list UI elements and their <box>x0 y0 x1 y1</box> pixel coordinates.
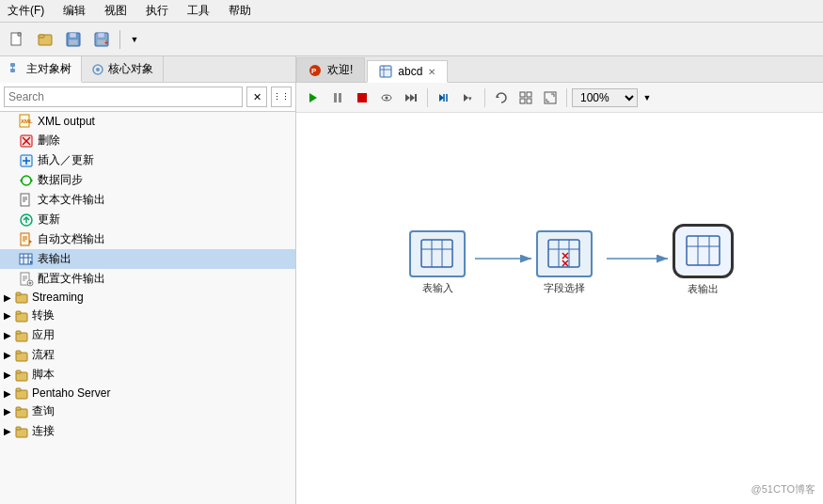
history-button[interactable] <box>490 87 513 109</box>
auto-doc-icon <box>19 232 34 247</box>
svg-rect-55 <box>16 351 21 354</box>
play-button[interactable] <box>302 87 324 109</box>
svg-point-15 <box>96 68 100 71</box>
tab-bar: P 欢迎! abcd ✕ <box>296 56 823 83</box>
tree-group-script[interactable]: ▶ 脚本 <box>0 365 295 385</box>
new-icon <box>9 32 24 47</box>
tree-group-connect[interactable]: ▶ 连接 <box>0 421 295 441</box>
grid-button[interactable] <box>514 87 537 109</box>
field-select-glyph <box>547 239 581 269</box>
transform-icon <box>379 65 392 78</box>
canvas-toolbar-sep1 <box>427 88 428 107</box>
tree-group-transform[interactable]: ▶ 转换 <box>0 306 295 325</box>
dropdown-button[interactable]: ▼ <box>125 26 144 53</box>
tree-group-flow[interactable]: ▶ 流程 <box>0 345 295 365</box>
tree-item-table-out[interactable]: 表输出 <box>0 249 295 269</box>
tree-group-apply[interactable]: ▶ 应用 <box>0 325 295 345</box>
canvas-toolbar: ▾ <box>296 83 823 113</box>
node-label-table-input: 表输入 <box>422 281 453 295</box>
node-table-output[interactable]: 表输出 <box>673 224 734 296</box>
tab-abcd[interactable]: abcd ✕ <box>367 60 448 83</box>
save-button[interactable] <box>60 26 87 53</box>
menu-tools[interactable]: 工具 <box>183 1 214 21</box>
svg-rect-70 <box>334 93 337 102</box>
pause-button[interactable] <box>326 87 349 109</box>
menu-file[interactable]: 文件(F) <box>4 1 48 21</box>
search-clear-button[interactable]: ✕ <box>246 87 267 107</box>
tree-icon <box>9 62 23 75</box>
menu-help[interactable]: 帮助 <box>225 1 255 21</box>
node-box-table-output <box>673 224 734 278</box>
save-icon <box>66 32 81 47</box>
tab-main-tree[interactable]: 主对象树 <box>0 56 82 83</box>
fast-forward-icon <box>404 91 418 104</box>
zoom-select[interactable]: 50% 75% 100% 125% 150% 200% <box>572 88 638 107</box>
svg-rect-87 <box>527 99 531 103</box>
chevron-right-icon: ▶ <box>4 330 11 340</box>
left-panel: 主对象树 核心对象 ✕ ⋮⋮ XML <box>0 56 296 504</box>
svg-marker-36 <box>29 240 32 244</box>
tree-item-insert-update[interactable]: 插入／更新 <box>0 150 295 170</box>
node-table-input[interactable]: 表输入 <box>409 230 466 295</box>
stop-button[interactable] <box>351 87 373 109</box>
history-icon <box>495 91 508 104</box>
config-icon <box>19 272 34 287</box>
tree-group-query[interactable]: ▶ 查询 <box>0 402 295 421</box>
svg-rect-6 <box>69 39 78 45</box>
menu-run[interactable]: 执行 <box>142 1 172 21</box>
tab-close-button[interactable]: ✕ <box>428 67 435 77</box>
folder-icon <box>15 309 28 323</box>
fast-forward-button[interactable] <box>400 87 422 109</box>
tree-group-streaming[interactable]: ▶ Streaming <box>0 289 295 306</box>
new-button[interactable] <box>4 26 30 53</box>
play-icon <box>307 91 320 104</box>
tab-welcome[interactable]: P 欢迎! <box>296 57 365 82</box>
tab-core-objects[interactable]: 核心对象 <box>82 56 164 82</box>
open-button[interactable] <box>32 26 58 53</box>
inject-button[interactable] <box>433 87 455 109</box>
svg-rect-72 <box>357 93 367 102</box>
svg-text:XML: XML <box>21 118 33 124</box>
svg-rect-49 <box>16 292 21 295</box>
watermark: @51CTO博客 <box>752 482 815 496</box>
folder-icon <box>15 386 28 400</box>
tree-item-config-file-out[interactable]: 配置文件输出 <box>0 269 295 289</box>
zoom-icon <box>544 91 557 104</box>
search-input[interactable] <box>4 87 243 107</box>
folder-icon <box>15 291 28 304</box>
svg-point-74 <box>386 96 388 99</box>
preview-button[interactable] <box>375 87 398 109</box>
tree-item-xml-output[interactable]: XML XML output <box>0 112 295 131</box>
folder-icon <box>15 349 28 362</box>
node-field-select[interactable]: 字段选择 <box>536 230 593 295</box>
tree-item-data-sync[interactable]: 数据同步 <box>0 170 295 190</box>
zoom-dropdown-button[interactable]: ▼ <box>640 87 655 109</box>
inject-icon <box>437 91 451 104</box>
zoom-fit-button[interactable] <box>539 87 562 109</box>
canvas-area[interactable]: 表输入 字段选择 <box>296 113 823 504</box>
run-config-button[interactable]: ▾ <box>457 87 480 109</box>
svg-rect-11 <box>10 63 15 67</box>
search-options-button[interactable]: ⋮⋮ <box>271 87 292 107</box>
menu-edit[interactable]: 编辑 <box>59 1 89 21</box>
menu-view[interactable]: 视图 <box>101 1 131 21</box>
core-icon <box>91 63 104 76</box>
tree-item-text-file-out[interactable]: 文本文件输出 <box>0 190 295 210</box>
chevron-right-icon: ▶ <box>4 350 11 360</box>
stop-icon <box>356 91 369 104</box>
folder-icon <box>15 329 28 342</box>
svg-rect-85 <box>527 92 531 97</box>
pentaho-icon: P <box>309 64 322 77</box>
tree-group-pentaho[interactable]: ▶ Pentaho Server <box>0 385 295 402</box>
svg-rect-61 <box>16 407 21 410</box>
saveas-button[interactable]: + <box>88 26 115 53</box>
main-layout: 主对象树 核心对象 ✕ ⋮⋮ XML <box>0 56 823 504</box>
chevron-right-icon: ▶ <box>4 406 11 417</box>
tree-item-delete[interactable]: 删除 <box>0 131 295 150</box>
tree-item-update[interactable]: 更新 <box>0 210 295 229</box>
open-icon <box>38 32 53 47</box>
chevron-right-icon: ▶ <box>4 388 11 399</box>
tree-item-auto-doc-out[interactable]: 自动文档输出 <box>0 229 295 249</box>
folder-icon <box>15 425 28 438</box>
svg-rect-57 <box>16 370 21 373</box>
